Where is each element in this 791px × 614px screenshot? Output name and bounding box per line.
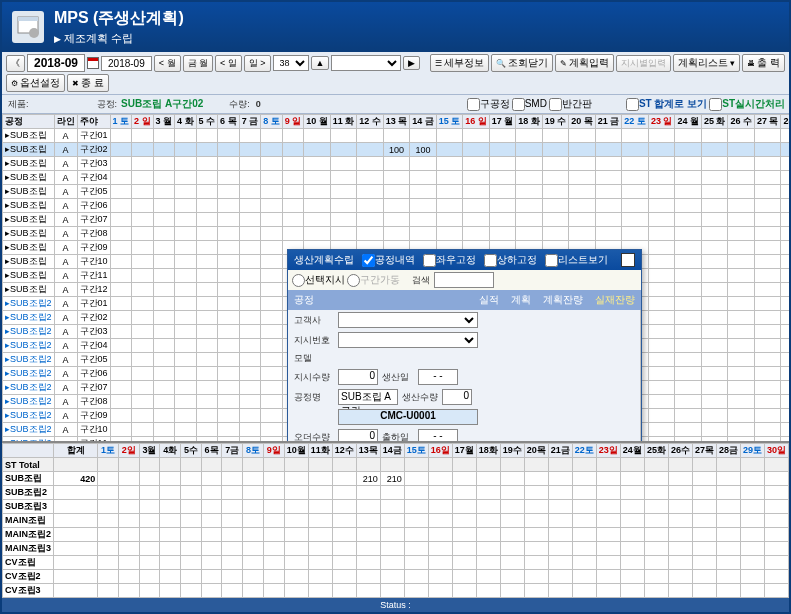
plan-list-button[interactable]: 계획리스트▾	[673, 54, 740, 72]
svg-point-2	[29, 28, 39, 38]
gear-icon: ⚙	[11, 79, 18, 88]
summary-row[interactable]: SUB조립2	[3, 486, 789, 500]
pencil-icon: ✎	[560, 59, 567, 68]
lbl-customer: 고객사	[292, 314, 336, 327]
lbl-orderqty: 오더수량	[292, 431, 336, 441]
cb-smd[interactable]: SMD	[512, 98, 547, 111]
refresh-button[interactable]: 🔍조회닫기	[491, 54, 553, 72]
modal-title: 생산계획수립	[294, 253, 354, 267]
inst-input-button[interactable]: 지시별입력	[616, 55, 671, 72]
qty-label: 수량:	[227, 98, 252, 111]
this-month-button[interactable]: 금 월	[183, 55, 214, 72]
proddate-value: - -	[418, 369, 458, 385]
modal-search-label: 검색	[410, 274, 432, 287]
nav-first-button[interactable]: 《	[6, 55, 25, 72]
table-row[interactable]: ▸SUB조립A구간06	[3, 199, 790, 213]
date-display: 2018-09	[27, 54, 85, 72]
proc-value: SUB조립 A구간02	[121, 97, 203, 111]
prev-day-button[interactable]: < 일	[215, 55, 242, 72]
summary-row[interactable]: MAIN조립	[3, 514, 789, 528]
instqty-value: 0	[338, 369, 378, 385]
prev-month-button[interactable]: < 월	[154, 55, 181, 72]
customer-select[interactable]	[338, 312, 478, 328]
header: MPS (주생산계획) 제조계획 수립	[2, 2, 789, 52]
table-row[interactable]: ▸SUB조립A구간04	[3, 171, 790, 185]
lbl-prodqty: 생산수량	[400, 391, 440, 404]
plan-input-button[interactable]: ✎계획입력	[555, 54, 614, 72]
print-button[interactable]: 🖶출 력	[742, 54, 785, 72]
printer-icon: 🖶	[747, 59, 755, 68]
lbl-procname: 공정명	[292, 391, 336, 404]
app-icon	[12, 11, 44, 43]
cb-gu[interactable]: 구공정	[467, 97, 510, 111]
qty-value: 0	[254, 99, 263, 109]
table-row[interactable]: ▸SUB조립A구간02100100	[3, 143, 790, 157]
svg-rect-1	[18, 17, 38, 21]
page-select[interactable]: 38	[273, 55, 309, 71]
date-display-2: 2018-09	[101, 56, 152, 71]
status-bar: Status :	[2, 598, 789, 612]
summary-grid[interactable]: 합계1토2일3월4화5수6목7금8토9일10월11화12수13목14금15토16…	[2, 441, 789, 598]
filter-select[interactable]	[331, 55, 401, 71]
summary-row[interactable]: ST Total	[3, 458, 789, 472]
summary-row[interactable]: CV조립2	[3, 570, 789, 584]
list-icon: ☰	[435, 59, 442, 68]
cmc-value: CMC-U0001	[338, 409, 478, 425]
go-button[interactable]: ▶	[403, 56, 420, 70]
page-subtitle: 제조계획 수립	[54, 31, 184, 46]
plan-modal: 생산계획수립 공정내역 좌우고정 상하고정 리스트보기 ✕ 선택지시 구간가동 …	[287, 249, 642, 441]
modal-rb-gu[interactable]: 구간가동	[347, 273, 400, 287]
summary-row[interactable]: MAIN조립2	[3, 528, 789, 542]
modal-search-input[interactable]	[434, 272, 494, 288]
proc-label: 공정:	[95, 98, 120, 111]
next-day-button[interactable]: 일 >	[244, 55, 271, 72]
modal-titlebar[interactable]: 생산계획수립 공정내역 좌우고정 상하고정 리스트보기 ✕	[288, 250, 641, 270]
lbl-proddate: 생산일	[380, 371, 416, 384]
toolbar-1: 《 2018-09 2018-09 < 월 금 월 < 일 일 > 38 ▲ ▶…	[2, 52, 789, 95]
prodqty-value: 0	[442, 389, 472, 405]
exit-button[interactable]: ✖종 료	[67, 74, 109, 92]
cb-half[interactable]: 반간판	[549, 97, 592, 111]
page-title: MPS (주생산계획)	[54, 8, 184, 29]
toolbar-2: 제품: 공정: SUB조립 A구간02 수량: 0 구공정 SMD 반간판 ST…	[2, 95, 789, 114]
procname-value: SUB조립 A구간	[338, 389, 398, 405]
main-grid[interactable]: 공정라인주야1 토2 일3 월4 화5 수6 목7 금8 토9 일10 월11 …	[2, 114, 789, 441]
lbl-instqty: 지시수량	[292, 371, 336, 384]
modal-close-button[interactable]: ✕	[621, 253, 635, 267]
detail-button[interactable]: ☰세부정보	[430, 54, 489, 72]
modal-header: 공정 실적 계획 계획잔량 실재잔량	[288, 290, 641, 310]
table-row[interactable]: ▸SUB조립A구간05	[3, 185, 790, 199]
product-label: 제품:	[6, 98, 31, 111]
calendar-icon[interactable]	[87, 57, 99, 69]
instno-select[interactable]	[338, 332, 478, 348]
option-button[interactable]: ⚙옵션설정	[6, 74, 65, 92]
table-row[interactable]: ▸SUB조립A구간07	[3, 213, 790, 227]
table-row[interactable]: ▸SUB조립A구간03	[3, 157, 790, 171]
summary-row[interactable]: CV조립	[3, 556, 789, 570]
close-icon: ✖	[72, 79, 79, 88]
cb-strt[interactable]: ST실시간처리	[709, 97, 785, 111]
summary-row[interactable]: MAIN조립3	[3, 542, 789, 556]
up-button[interactable]: ▲	[311, 56, 330, 70]
modal-opt-list[interactable]: 리스트보기	[545, 253, 608, 267]
summary-row[interactable]: SUB조립3	[3, 500, 789, 514]
summary-row[interactable]: CV조립3	[3, 584, 789, 598]
modal-rb-sel[interactable]: 선택지시	[292, 273, 345, 287]
summary-row[interactable]: SUB조립420210210	[3, 472, 789, 486]
modal-opt-lr[interactable]: 좌우고정	[423, 253, 476, 267]
lbl-model: 모델	[292, 352, 336, 365]
modal-opt-ud[interactable]: 상하고정	[484, 253, 537, 267]
lbl-shipday: 출하일	[380, 431, 416, 441]
orderqty-value: 0	[338, 429, 378, 441]
lbl-instno: 지시번호	[292, 334, 336, 347]
shipday-value: - -	[418, 429, 458, 441]
cb-st[interactable]: ST 합계로 보기	[626, 97, 707, 111]
modal-opt-proc[interactable]: 공정내역	[362, 253, 415, 267]
table-row[interactable]: ▸SUB조립A구간08	[3, 227, 790, 241]
table-row[interactable]: ▸SUB조립A구간01	[3, 129, 790, 143]
refresh-icon: 🔍	[496, 59, 506, 68]
